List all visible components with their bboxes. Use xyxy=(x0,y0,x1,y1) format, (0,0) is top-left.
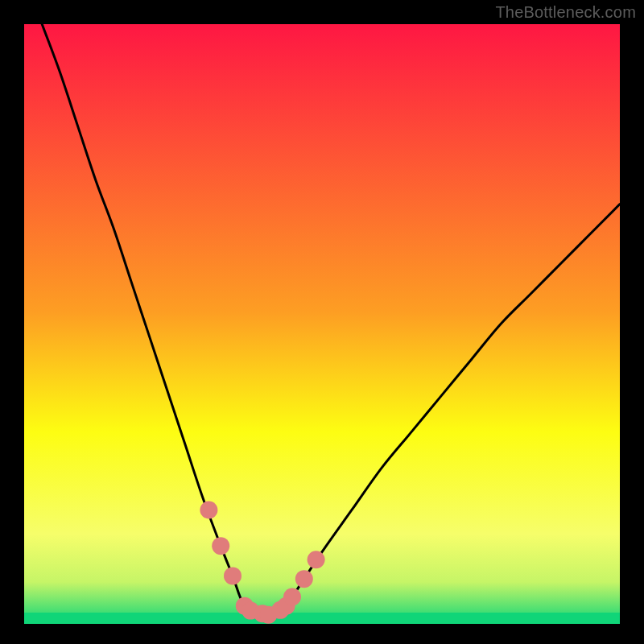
marker-dot xyxy=(295,570,313,588)
plot-svg xyxy=(0,0,644,644)
bottom-green-band xyxy=(24,613,620,624)
marker-dot xyxy=(200,501,217,518)
marker-dot xyxy=(308,551,325,568)
watermark-text: TheBottleneck.com xyxy=(495,3,636,22)
plot-area xyxy=(24,24,620,624)
marker-dot xyxy=(283,588,301,605)
marker-dot xyxy=(212,537,229,555)
chart-stage: TheBottleneck.com xyxy=(0,0,644,644)
marker-dot xyxy=(224,567,242,584)
